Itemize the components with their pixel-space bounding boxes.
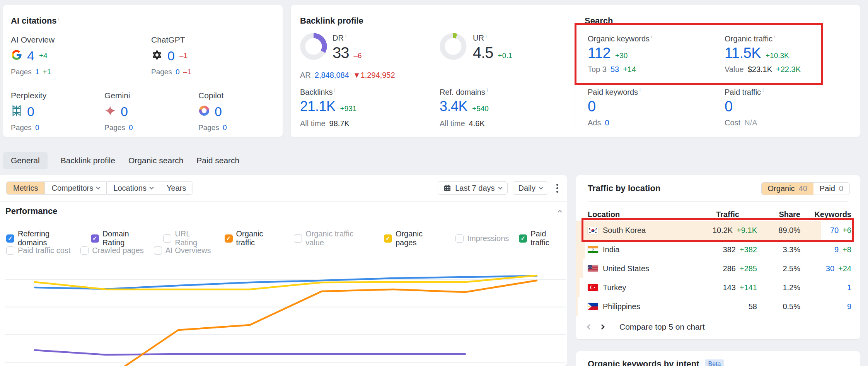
table-row-india[interactable]: India382+3823.3%9+8 (576, 240, 860, 259)
chart-line-domain-rating (35, 350, 465, 355)
ar-label: AR (300, 71, 311, 80)
metric-checkbox-ai-overviews[interactable]: AI Overviews (154, 246, 211, 255)
pages-value[interactable]: 0 (223, 123, 227, 132)
dr-delta: –6 (354, 51, 362, 60)
ar-value[interactable]: 2,848,084 (315, 71, 349, 80)
share-cell: 0.5% (757, 302, 800, 311)
metric-checkbox-domain-rating[interactable]: ✓Domain Rating (91, 229, 153, 247)
metric-checkbox-paid-traffic[interactable]: ✓Paid traffic (519, 229, 567, 247)
column-traffic[interactable]: Traffic (691, 210, 757, 219)
paid-traffic-value[interactable]: 0 (725, 98, 733, 115)
paid-keywords-value[interactable]: 0 (588, 98, 596, 115)
toggle-count: 40 (799, 184, 807, 193)
traffic-cell: 10.2K+9.1K (691, 226, 757, 235)
keywords-value[interactable]: 70 (830, 226, 839, 235)
metric-checkbox-crawled-pages[interactable]: Crawled pages (80, 246, 143, 255)
checkbox-icon: ✓ (225, 234, 233, 243)
backlink-profile-title: Backlink profile (300, 16, 363, 26)
pages-label: Pages (151, 68, 172, 76)
toggle-label: Paid (820, 184, 835, 193)
traffic-delta: +9.1K (737, 226, 757, 235)
table-row-philippines[interactable]: Philippines580.5%9 (576, 297, 860, 316)
traffic-by-location-title: Traffic by location (588, 183, 660, 193)
ai-citations-title: AI citations (11, 16, 59, 26)
keywords-cell: 9 (800, 302, 851, 311)
more-options-button[interactable] (553, 181, 561, 195)
compare-top5-link[interactable]: Compare top 5 on chart (619, 322, 705, 332)
tab-paid-search[interactable]: Paid search (196, 156, 239, 165)
table-row-turkey[interactable]: Turkey143+1411.2%1 (576, 278, 860, 297)
ai-platform-label: ChatGPT (151, 35, 191, 44)
locations-button[interactable]: Locations (106, 182, 160, 194)
column-keywords[interactable]: Keywords (800, 210, 851, 219)
toggle-paid[interactable]: Paid0 (813, 183, 849, 195)
share-bar (576, 297, 578, 316)
years-button[interactable]: Years (160, 182, 193, 194)
backlinks-label: Backlinks (300, 87, 356, 97)
ai-citations-value[interactable]: 0 (167, 48, 175, 63)
pages-line: Pages0–1 (151, 68, 191, 76)
metric-checkbox-organic-traffic-value[interactable]: Organic traffic value (294, 229, 374, 247)
table-row-south-korea[interactable]: South Korea10.2K+9.1K89.0%70+6 (576, 221, 860, 240)
next-page-button[interactable] (599, 324, 605, 330)
dr-value: 33 (333, 44, 349, 62)
ref-domains-alltime-label: All time (440, 119, 465, 128)
metric-checkbox-organic-pages[interactable]: ✓Organic pages (384, 229, 446, 247)
location-cell: United States (588, 264, 691, 273)
pages-line: Pages1+1 (11, 68, 55, 76)
competitors-button[interactable]: Competitors (44, 182, 106, 194)
metric-checkbox-url-rating[interactable]: URL Rating (163, 229, 214, 247)
keywords-value[interactable]: 9 (847, 302, 851, 311)
ai-citations-card: AI citations AI Overview4+4Pages1+1ChatG… (3, 5, 283, 137)
previous-page-button[interactable] (587, 324, 592, 330)
ur-label: UR (473, 33, 512, 43)
metric-checkbox-paid-traffic-cost[interactable]: Paid traffic cost (6, 246, 70, 255)
metric-checkbox-referring-domains[interactable]: ✓Referring domains (6, 229, 81, 247)
backlinks-value[interactable]: 21.1K (300, 98, 336, 115)
date-range-button[interactable]: Last 7 days (438, 181, 507, 195)
performance-card: Metrics Competitors Locations Years (0, 175, 567, 366)
toggle-organic[interactable]: Organic40 (762, 183, 813, 195)
collapse-section-button[interactable] (558, 210, 562, 214)
keywords-value[interactable]: 30 (826, 264, 834, 273)
location-name: Philippines (603, 302, 640, 311)
tab-organic-search[interactable]: Organic search (128, 156, 183, 165)
organic-traffic-value[interactable]: 11.5K (725, 45, 761, 62)
checkbox-icon (294, 234, 302, 243)
pages-value[interactable]: 0 (176, 68, 180, 76)
metric-checkbox-organic-traffic[interactable]: ✓Organic traffic (225, 229, 284, 247)
pages-value[interactable]: 0 (35, 123, 39, 132)
flag-icon-in (588, 246, 598, 253)
table-row-united-states[interactable]: United States286+2852.5%30+24 (576, 259, 860, 278)
keywords-value[interactable]: 1 (847, 283, 851, 292)
metric-checkbox-impressions[interactable]: Impressions (455, 234, 509, 243)
ai-citations-value[interactable]: 0 (27, 104, 34, 119)
copilot-icon (198, 105, 210, 118)
perplexity-icon (11, 105, 22, 118)
dr-donut-chart (300, 33, 327, 60)
organic-keywords-value[interactable]: 112 (588, 45, 610, 62)
keywords-value[interactable]: 9 (834, 245, 839, 254)
keywords-delta: +6 (842, 226, 851, 235)
pages-value[interactable]: 0 (129, 123, 133, 132)
ref-domains-value[interactable]: 3.4K (440, 98, 467, 115)
traffic-delta: +285 (740, 264, 757, 273)
ar-line: AR 2,848,084 ▼1,294,952 (300, 71, 395, 80)
pages-value[interactable]: 1 (35, 68, 39, 76)
tab-general[interactable]: General (3, 152, 48, 169)
organic-traffic-block: Organic traffic 11.5K +10.3K Value $23.1… (725, 34, 801, 74)
ai-citations-value[interactable]: 0 (121, 104, 128, 119)
ai-citations-value[interactable]: 0 (215, 104, 222, 119)
column-location[interactable]: Location (588, 210, 691, 219)
granularity-button[interactable]: Daily (513, 181, 548, 195)
ur-block: UR 4.5 +0.1 (473, 33, 512, 62)
column-share[interactable]: Share (757, 210, 800, 219)
ads-value[interactable]: 0 (605, 118, 609, 127)
metrics-button[interactable]: Metrics (7, 182, 44, 194)
ai-citations-value[interactable]: 4 (27, 48, 34, 63)
traffic-value: 286 (723, 264, 736, 273)
checkbox-icon: ✓ (519, 234, 527, 243)
chevron-down-icon (149, 185, 153, 189)
tab-backlink-profile[interactable]: Backlink profile (61, 156, 115, 165)
top3-value[interactable]: 53 (610, 65, 619, 74)
